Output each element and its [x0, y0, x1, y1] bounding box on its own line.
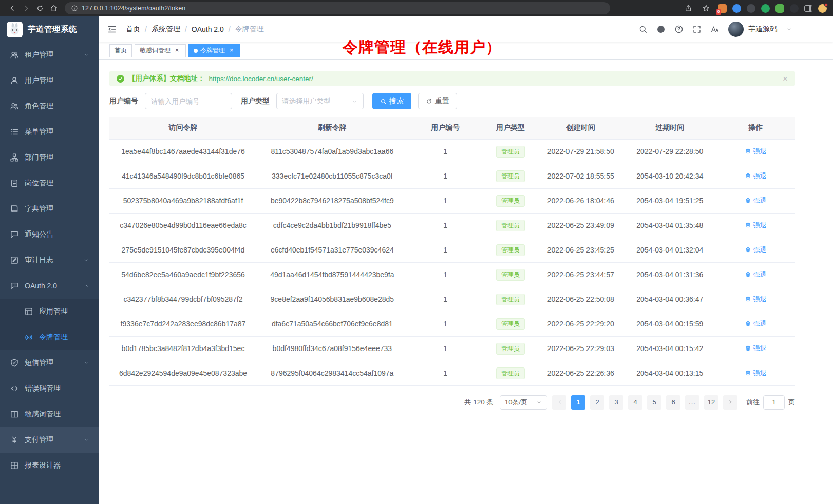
sidebar-item-dict[interactable]: 字典管理 [0, 196, 99, 222]
user-id-cell: 1 [408, 238, 483, 262]
user-type-badge: 管理员 [496, 269, 525, 281]
sidebar-item-oauth2[interactable]: OAuth 2.0 [0, 273, 99, 299]
create-time-cell: 2022-06-25 23:44:57 [538, 262, 623, 287]
user-name[interactable]: 芋道源码 [748, 25, 777, 34]
table-row: 1ea5e44f8bc1467aaede43144f31de76811c5304… [109, 139, 795, 164]
page-button-6[interactable]: 6 [666, 395, 680, 410]
force-logout-button[interactable]: 强退 [745, 369, 767, 378]
breadcrumb-item[interactable]: 首页 [126, 25, 140, 34]
user-type-cell: 管理员 [483, 312, 538, 336]
tab-token[interactable]: 令牌管理× [188, 44, 240, 57]
search-button[interactable]: 搜索 [372, 93, 411, 109]
alert-text: 【用户体系】文档地址： [128, 74, 205, 83]
sidebar-item-audit-log[interactable]: 审计日志 [0, 247, 99, 273]
refresh-token-cell: 49d1aa46d1454fbd87591444423be9fa [257, 262, 408, 287]
reset-button[interactable]: 重置 [418, 93, 457, 109]
extension-icon-4[interactable] [761, 4, 770, 13]
breadcrumb-item[interactable]: 系统管理 [152, 25, 180, 34]
help-icon[interactable] [674, 25, 684, 34]
force-logout-button[interactable]: 强退 [745, 270, 767, 279]
force-logout-button[interactable]: 强退 [745, 196, 767, 205]
user-avatar[interactable] [728, 22, 744, 37]
next-page-button[interactable] [723, 395, 737, 410]
breadcrumb-item[interactable]: OAuth 2.0 [192, 25, 224, 33]
create-time-cell: 2022-07-29 21:58:50 [538, 139, 623, 164]
user-id-input[interactable] [145, 93, 232, 109]
create-time-cell: 2022-06-25 22:29:03 [538, 336, 623, 361]
page-button-2[interactable]: 2 [590, 395, 604, 410]
sidebar-item-error-code[interactable]: 错误码管理 [0, 376, 99, 401]
site-info-icon[interactable] [71, 5, 78, 12]
collapse-menu-icon[interactable] [107, 24, 117, 34]
share-icon[interactable] [682, 2, 694, 14]
close-icon[interactable]: × [783, 74, 788, 83]
page-button-1[interactable]: 1 [571, 395, 585, 410]
sidebar-item-sms[interactable]: 短信管理 [0, 350, 99, 376]
sidebar-item-report-designer[interactable]: 报表设计器 [0, 453, 99, 478]
page-size-select[interactable]: 10条/页 [500, 395, 547, 410]
page-button-12[interactable]: 12 [704, 395, 718, 410]
browser-home-icon[interactable] [48, 2, 60, 14]
page-button-5[interactable]: 5 [647, 395, 661, 410]
force-logout-button[interactable]: 强退 [745, 295, 767, 304]
browser-reload-icon[interactable] [34, 2, 46, 14]
force-logout-button[interactable]: 强退 [745, 319, 767, 328]
tab-sensitive-word[interactable]: 敏感词管理× [135, 44, 186, 57]
sidebar-item-sensitive-word[interactable]: 敏感词管理 [0, 401, 99, 427]
sidebar-item-oauth2-app[interactable]: 应用管理 [0, 299, 99, 324]
expire-time-cell: 2054-03-04 00:13:15 [623, 361, 716, 385]
force-logout-button[interactable]: 强退 [745, 245, 767, 255]
browser-forward-icon[interactable] [20, 2, 32, 14]
table-column-header: 用户类型 [483, 117, 538, 139]
page-button-4[interactable]: 4 [628, 395, 642, 410]
sidebar-item-post[interactable]: 岗位管理 [0, 170, 99, 196]
doc-alert: 【用户体系】文档地址： https://doc.iocoder.cn/user-… [109, 71, 795, 86]
goto-page-input[interactable] [763, 395, 785, 410]
sidebar-item-oauth2-token[interactable]: 令牌管理 [0, 324, 99, 350]
browser-profile-avatar[interactable] [818, 4, 827, 13]
extension-icon-3[interactable] [747, 4, 755, 13]
extension-icon-6[interactable] [790, 4, 799, 13]
force-logout-button[interactable]: 强退 [745, 344, 767, 353]
sidebar-item-dept[interactable]: 部门管理 [0, 145, 99, 170]
browser-back-icon[interactable] [6, 2, 18, 14]
user-type-cell: 管理员 [483, 188, 538, 213]
force-logout-button[interactable]: 强退 [745, 147, 767, 156]
sidebar-item-user[interactable]: 用户管理 [0, 68, 99, 93]
doc-link[interactable]: https://doc.iocoder.cn/user-center/ [209, 75, 313, 83]
extension-icon-2[interactable] [732, 4, 741, 13]
bookmark-star-icon[interactable] [700, 2, 712, 14]
tab-home[interactable]: 首页 [109, 44, 132, 57]
sidebar-item-notice[interactable]: 通知公告 [0, 222, 99, 247]
create-time-cell: 2022-06-25 23:45:25 [538, 238, 623, 262]
breadcrumb-item: 令牌管理 [235, 25, 264, 34]
force-logout-button[interactable]: 强退 [745, 221, 767, 230]
force-logout-button[interactable]: 强退 [745, 171, 767, 181]
sidebar-toggle-icon[interactable] [804, 5, 812, 12]
sidebar-item-role[interactable]: 角色管理 [0, 93, 99, 119]
close-icon[interactable]: × [173, 47, 181, 54]
fullscreen-icon[interactable] [692, 25, 702, 34]
github-icon[interactable] [656, 25, 666, 34]
table-column-header: 访问令牌 [109, 117, 257, 139]
sidebar-item-pay[interactable]: 支付管理 [0, 427, 99, 453]
browser-url-bar[interactable]: 127.0.0.1:1024/system/oauth2/token [65, 2, 610, 14]
sidebar-item-menu[interactable]: 菜单管理 [0, 119, 99, 145]
success-check-icon [117, 75, 124, 83]
chevron-down-icon[interactable] [786, 26, 792, 32]
app-logo[interactable]: 芋道管理系统 [0, 16, 99, 42]
expire-time-cell: 2054-03-04 19:51:25 [623, 188, 716, 213]
search-icon[interactable] [638, 25, 648, 34]
sidebar-item-tenant[interactable]: 租户管理 [0, 42, 99, 68]
page-button-3[interactable]: 3 [609, 395, 623, 410]
user-type-badge: 管理员 [496, 318, 525, 330]
user-type-select[interactable]: 请选择用户类型 [276, 93, 364, 109]
extension-puzzle-icon[interactable] [775, 4, 784, 13]
access-token-cell: b0d1785bc3a8482f812db4a3f3bd15ec [109, 336, 257, 361]
font-size-icon[interactable] [710, 25, 720, 34]
extension-icon-1[interactable]: 0 [718, 4, 727, 13]
prev-page-button[interactable] [552, 395, 566, 410]
more-pages-button[interactable]: ... [685, 395, 699, 410]
table-column-header: 过期时间 [623, 117, 716, 139]
close-icon[interactable]: × [228, 47, 235, 54]
